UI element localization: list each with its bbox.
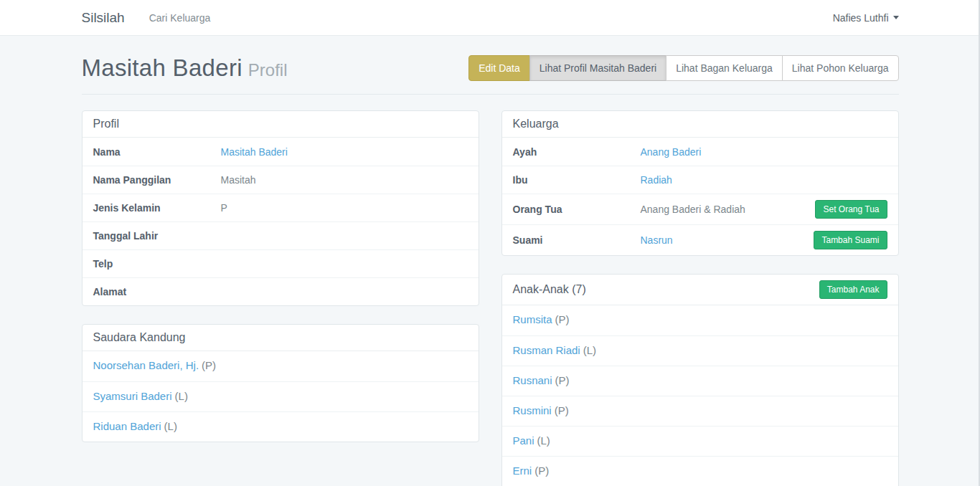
- husband-link[interactable]: Nasrun: [641, 234, 673, 246]
- list-item: Riduan Baderi(L): [83, 411, 479, 442]
- page-heading: Masitah BaderiProfil: [82, 54, 288, 82]
- list-item: Rusman Riadi(L): [502, 335, 898, 366]
- field-value: Masitah: [221, 174, 468, 186]
- page-header: Masitah BaderiProfil Edit Data Lihat Pro…: [82, 36, 899, 95]
- table-row: Ayah Anang Baderi: [502, 138, 898, 166]
- child-link[interactable]: Pani: [513, 434, 534, 447]
- keluarga-panel: Keluarga Ayah Anang Baderi Ibu Radiah Or…: [501, 110, 899, 256]
- gender-label: (L): [164, 420, 177, 432]
- tambah-suami-button[interactable]: Tambah Suami: [814, 231, 887, 249]
- gender-label: (L): [537, 434, 550, 447]
- list-item: Rusnani(P): [502, 366, 898, 396]
- navbar-brand[interactable]: Silsilah: [82, 10, 125, 26]
- list-item: Rusmini(P): [502, 396, 898, 426]
- child-link[interactable]: Erni: [513, 464, 532, 477]
- gender-label: (P): [555, 374, 570, 386]
- gender-label: (P): [202, 359, 216, 371]
- user-menu[interactable]: Nafies Luthfi: [833, 12, 899, 24]
- navbar: Silsilah Cari Keluarga Nafies Luthfi: [0, 0, 980, 36]
- field-label: Jenis Kelamin: [93, 202, 221, 214]
- profile-actions-group: Edit Data Lihat Profil Masitah Baderi Li…: [468, 55, 898, 81]
- list-item: Rumsita(P): [502, 305, 898, 335]
- table-row: Nama Masitah Baderi: [83, 138, 479, 166]
- field-value: P: [221, 202, 468, 214]
- field-label: Orang Tua: [513, 204, 641, 215]
- gender-label: (L): [583, 344, 596, 356]
- child-link[interactable]: Rusnani: [513, 374, 552, 386]
- gender-label: (L): [175, 390, 188, 402]
- nav-item-cari-keluarga[interactable]: Cari Keluarga: [149, 12, 211, 24]
- panel-title: Anak-Anak (7): [513, 283, 586, 296]
- view-profile-button[interactable]: Lihat Profil Masitah Baderi: [529, 55, 666, 81]
- table-row: Telp: [83, 249, 479, 277]
- field-label: Nama: [93, 146, 221, 158]
- panel-title: Keluarga: [513, 118, 559, 130]
- set-orang-tua-button[interactable]: Set Orang Tua: [815, 200, 887, 219]
- father-link[interactable]: Anang Baderi: [641, 146, 702, 158]
- page-subtitle: Profil: [248, 60, 288, 80]
- saudara-kandung-panel: Saudara Kandung Noorsehan Baderi, Hj.(P)…: [82, 324, 479, 442]
- list-item: Erni(P): [502, 456, 898, 486]
- list-item: Noorsehan Baderi, Hj.(P): [83, 351, 479, 381]
- table-row: Jenis Kelamin P: [83, 194, 479, 221]
- panel-title: Saudara Kandung: [93, 331, 186, 344]
- field-label: Ibu: [513, 174, 641, 186]
- caret-down-icon: [893, 16, 899, 19]
- field-label: Nama Panggilan: [93, 174, 221, 186]
- field-label: Alamat: [93, 286, 221, 297]
- right-column: Keluarga Ayah Anang Baderi Ibu Radiah Or…: [501, 110, 899, 486]
- child-link[interactable]: Rusman Riadi: [513, 344, 580, 356]
- view-pohon-keluarga-button[interactable]: Lihat Pohon Keluarga: [782, 55, 899, 81]
- edit-data-button[interactable]: Edit Data: [468, 55, 530, 81]
- gender-label: (P): [555, 404, 569, 416]
- field-label: Telp: [93, 258, 221, 270]
- table-row: Suami Nasrun Tambah Suami: [502, 224, 898, 255]
- mother-link[interactable]: Radiah: [641, 174, 672, 186]
- list-item: Pani(L): [502, 426, 898, 456]
- field-label: Suami: [513, 234, 641, 246]
- gender-label: (P): [555, 313, 570, 325]
- page-title: Masitah Baderi: [82, 54, 242, 81]
- profil-panel: Profil Nama Masitah Baderi Nama Panggila…: [82, 110, 479, 306]
- tambah-anak-button[interactable]: Tambah Anak: [819, 280, 887, 299]
- child-link[interactable]: Rusmini: [513, 404, 552, 416]
- list-item: Syamsuri Baderi(L): [83, 381, 479, 411]
- sibling-link[interactable]: Riduan Baderi: [93, 420, 161, 432]
- sibling-link[interactable]: Syamsuri Baderi: [93, 390, 172, 402]
- table-row: Ibu Radiah: [502, 166, 898, 194]
- table-row: Tanggal Lahir: [83, 221, 479, 249]
- table-row: Alamat: [83, 277, 479, 305]
- anak-anak-panel: Anak-Anak (7) Tambah Anak Rumsita(P) Rus…: [501, 274, 899, 486]
- field-value: Anang Baderi & Radiah: [641, 204, 816, 215]
- panel-title: Profil: [93, 118, 119, 130]
- table-row: Nama Panggilan Masitah: [83, 166, 479, 194]
- field-label: Ayah: [513, 146, 641, 158]
- view-bagan-keluarga-button[interactable]: Lihat Bagan Keluarga: [666, 55, 783, 81]
- gender-label: (P): [534, 464, 549, 477]
- user-name: Nafies Luthfi: [833, 12, 889, 24]
- table-row: Orang Tua Anang Baderi & Radiah Set Oran…: [502, 194, 898, 224]
- left-column: Profil Nama Masitah Baderi Nama Panggila…: [82, 110, 479, 486]
- field-label: Tanggal Lahir: [93, 230, 221, 242]
- sibling-link[interactable]: Noorsehan Baderi, Hj.: [93, 359, 199, 371]
- person-link[interactable]: Masitah Baderi: [221, 146, 288, 158]
- child-link[interactable]: Rumsita: [513, 313, 552, 325]
